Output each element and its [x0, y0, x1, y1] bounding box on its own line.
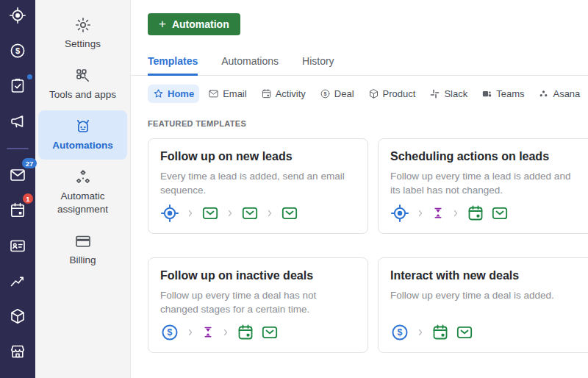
chevron-icon [186, 209, 195, 218]
gear-icon [74, 16, 92, 34]
automation-flow [160, 204, 356, 223]
filter-chip-label: Home [168, 88, 194, 99]
automation-flow [390, 204, 586, 223]
email-action-icon [456, 324, 473, 341]
chevron-icon [186, 328, 195, 337]
filter-chip-label: Asana [553, 88, 580, 99]
filter-chip-asana[interactable]: Asana [533, 85, 585, 103]
sidebar-item-label: Tools and apps [49, 88, 116, 101]
tasks-checklist-icon[interactable] [9, 77, 26, 95]
email-action-icon [281, 204, 298, 222]
star-icon [153, 88, 164, 99]
filter-chip-label: Teams [496, 88, 524, 99]
teams-icon: T [481, 88, 492, 99]
lead-trigger-icon [390, 204, 409, 223]
sidebar-item-tools-and-apps[interactable]: Tools and apps [38, 60, 127, 109]
email-action-icon [201, 204, 219, 222]
svg-text:$: $ [15, 46, 20, 55]
card-title: Interact with new deals [390, 269, 586, 282]
chevron-icon [221, 328, 230, 337]
automation-flow: $ [160, 323, 356, 342]
filter-chip-slack[interactable]: Slack [424, 85, 473, 103]
deal-trigger-icon: $ [160, 323, 179, 342]
notification-dot [27, 74, 32, 79]
asana-icon [538, 88, 549, 99]
card-title: Scheduling actions on leads [390, 150, 586, 163]
chevron-icon [226, 209, 234, 218]
filter-chip-label: Deal [334, 88, 354, 99]
marketplace-store-icon[interactable] [9, 343, 26, 360]
sidebar-item-label: Settings [65, 38, 101, 51]
lead-trigger-icon [160, 204, 179, 223]
delay-icon [201, 326, 215, 339]
filter-chip-product[interactable]: Product [363, 85, 421, 103]
card-title: Follow up on inactive deals [160, 269, 356, 282]
main-content: + Automation Templates Automations Histo… [131, 0, 588, 378]
filter-chip-home[interactable]: Home [148, 85, 199, 103]
filter-chip-email[interactable]: Email [203, 85, 252, 103]
template-card-follow-up-new-leads[interactable]: Follow up on new leads Every time a lead… [148, 138, 368, 234]
sidebar-item-automatic-assignment[interactable]: Automatic assignment [38, 161, 127, 224]
template-card-scheduling-actions-on-leads[interactable]: Scheduling actions on leads Follow up ev… [378, 138, 588, 234]
activity-action-icon [467, 204, 484, 222]
slack-icon [429, 88, 440, 99]
sidebar-item-label: Automations [52, 139, 113, 152]
filter-chip-label: Product [383, 88, 416, 99]
tab-templates[interactable]: Templates [148, 55, 198, 76]
email-action-icon [491, 204, 509, 222]
primary-nav-rail: $ 27 1 [0, 0, 35, 378]
cube-icon [368, 88, 379, 99]
mail-badge: 27 [22, 158, 37, 168]
deal-trigger-icon: $ [390, 323, 409, 342]
svg-text:$: $ [398, 327, 403, 338]
card-description: Follow up every time a deal has not chan… [160, 288, 345, 316]
card-description: Follow up every time a deal is added. [390, 288, 576, 302]
svg-text:$: $ [323, 91, 326, 97]
filter-chip-activity[interactable]: Activity [256, 85, 311, 103]
robot-icon [74, 118, 92, 135]
template-cards-grid: Follow up on new leads Every time a lead… [148, 138, 588, 353]
activity-action-icon [237, 324, 254, 341]
activities-calendar-icon[interactable]: 1 [9, 202, 26, 219]
filter-chip-deal[interactable]: $ Deal [315, 85, 359, 103]
svg-text:$: $ [168, 327, 173, 338]
automation-flow: $ [390, 323, 586, 342]
tab-automations[interactable]: Automations [221, 55, 279, 76]
campaigns-megaphone-icon[interactable] [9, 113, 26, 130]
sidebar-item-label: Billing [69, 254, 96, 267]
email-action-icon [261, 324, 279, 341]
chevron-icon [265, 209, 274, 218]
deals-dollar-icon[interactable]: $ [9, 42, 26, 60]
section-title: FEATURED TEMPLATES [131, 119, 588, 128]
contacts-card-icon[interactable] [9, 237, 26, 254]
dollar-circle-icon: $ [320, 88, 331, 99]
insights-chart-icon[interactable] [9, 272, 26, 290]
sidebar-item-automations[interactable]: Automations [38, 110, 127, 160]
template-card-follow-up-inactive-deals[interactable]: Follow up on inactive deals Follow up ev… [148, 257, 368, 353]
app-window: $ 27 1 [0, 0, 588, 378]
plus-icon: + [159, 18, 166, 30]
tab-bar: Templates Automations History [131, 55, 588, 76]
sidebar-item-settings[interactable]: Settings [38, 9, 127, 58]
chevron-icon [416, 328, 425, 337]
card-description: Follow up every time a lead is added and… [390, 169, 576, 197]
chevron-icon [416, 209, 425, 218]
activity-action-icon [431, 324, 449, 341]
card-description: Every time a lead is added, send an emai… [160, 169, 345, 197]
leads-target-icon[interactable] [9, 7, 26, 24]
filter-chip-teams[interactable]: T Teams [476, 85, 529, 103]
delay-icon [431, 207, 445, 220]
tab-history[interactable]: History [302, 55, 334, 76]
products-box-icon[interactable] [9, 307, 26, 325]
chevron-icon [451, 209, 460, 218]
mail-envelope-icon[interactable]: 27 [9, 166, 26, 184]
tools-icon [74, 67, 92, 85]
template-filter-bar: Home Email Activity $ Deal Product Slack [131, 85, 588, 103]
add-automation-button[interactable]: + Automation [148, 13, 240, 35]
billing-card-icon [74, 232, 92, 250]
card-title: Follow up on new leads [160, 150, 356, 163]
sidebar-item-label: Automatic assignment [40, 190, 126, 216]
sidebar-item-billing[interactable]: Billing [38, 225, 127, 274]
envelope-icon [208, 88, 219, 99]
template-card-interact-with-new-deals[interactable]: Interact with new deals Follow up every … [378, 257, 588, 353]
